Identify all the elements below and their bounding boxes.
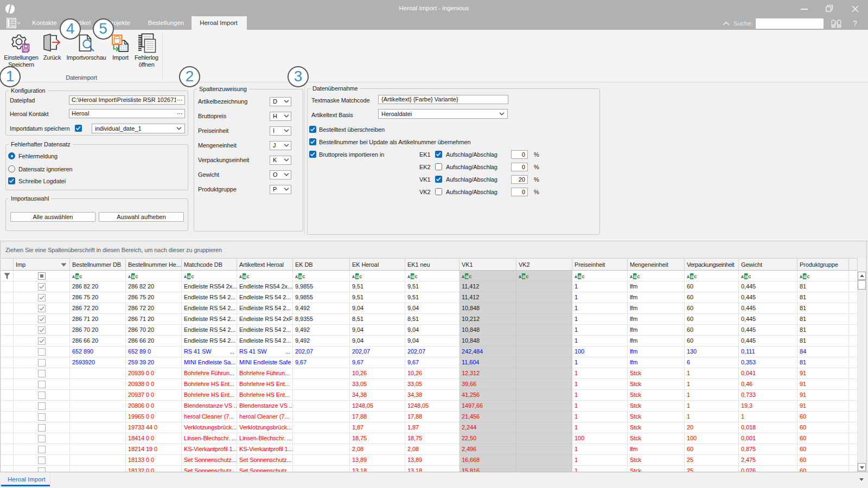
svg-text:C: C: [582, 275, 584, 279]
svg-text:B: B: [634, 274, 637, 279]
svg-text:B: B: [356, 274, 359, 279]
svg-text:A: A: [630, 275, 633, 279]
svg-text:B: B: [803, 274, 807, 279]
svg-text:C: C: [748, 275, 751, 279]
svg-text:C: C: [694, 275, 697, 279]
svg-text:C: C: [302, 275, 305, 279]
svg-text:A: A: [741, 275, 744, 279]
svg-text:C: C: [526, 275, 528, 279]
svg-text:B: B: [188, 274, 191, 279]
svg-text:A: A: [184, 275, 187, 279]
svg-text:A: A: [352, 275, 355, 279]
svg-text:C: C: [135, 275, 138, 279]
svg-text:C: C: [414, 275, 417, 279]
svg-text:A: A: [575, 275, 577, 279]
svg-text:A: A: [800, 275, 802, 279]
svg-text:B: B: [745, 274, 748, 279]
svg-text:C: C: [469, 275, 471, 279]
svg-text:B: B: [76, 274, 79, 279]
svg-text:C: C: [79, 275, 82, 279]
svg-text:A: A: [295, 275, 298, 279]
svg-text:C: C: [637, 275, 640, 279]
svg-text:A: A: [519, 275, 521, 279]
svg-text:C: C: [807, 275, 809, 279]
svg-text:A: A: [128, 275, 131, 279]
svg-text:C: C: [246, 275, 249, 279]
svg-text:A: A: [407, 275, 410, 279]
svg-text:B: B: [243, 274, 246, 279]
svg-text:A: A: [72, 275, 75, 279]
svg-text:B: B: [691, 274, 694, 279]
svg-text:B: B: [522, 274, 526, 279]
svg-text:B: B: [465, 274, 469, 279]
svg-text:C: C: [359, 275, 362, 279]
svg-text:C: C: [191, 275, 194, 279]
svg-text:A: A: [687, 275, 690, 279]
svg-text:B: B: [299, 274, 302, 279]
svg-text:A: A: [462, 275, 464, 279]
svg-text:A: A: [239, 275, 242, 279]
svg-text:B: B: [411, 274, 414, 279]
svg-text:B: B: [132, 274, 135, 279]
svg-text:B: B: [578, 274, 582, 279]
